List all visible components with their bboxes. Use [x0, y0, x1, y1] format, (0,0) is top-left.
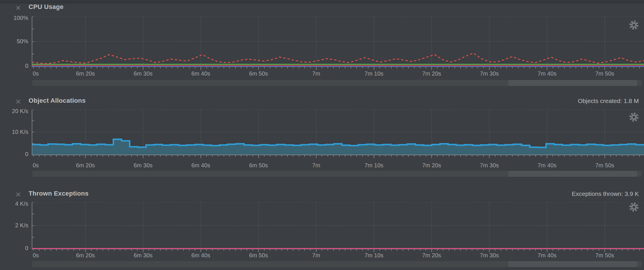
scrollbar-thumb[interactable] — [508, 80, 637, 86]
panel-title: CPU Usage — [29, 3, 63, 11]
panel-title: Object Allocations — [29, 97, 86, 104]
x-tick-label: 7m — [312, 252, 320, 259]
close-icon[interactable]: ✕ — [14, 97, 23, 106]
cpu-usage-chart[interactable] — [32, 16, 644, 71]
x-tick-label: 0s — [33, 70, 39, 77]
horizontal-scrollbar[interactable] — [32, 171, 642, 177]
x-axis-labels: 0s6m 20s6m 30s6m 40s6m 50s7m7m 10s7m 20s… — [32, 162, 644, 170]
scrollbar-thumb[interactable] — [508, 261, 637, 267]
y-axis-tick-label: 50% — [0, 38, 28, 45]
y-axis-tick-label: 0 — [0, 245, 28, 252]
thrown-exceptions-chart[interactable] — [32, 202, 644, 253]
gear-icon[interactable] — [628, 202, 639, 213]
x-tick-label: 7m 10s — [364, 162, 383, 169]
x-tick-label: 7m 40s — [538, 70, 557, 77]
x-tick-label: 7m 30s — [480, 162, 499, 169]
close-icon[interactable]: ✕ — [14, 190, 23, 199]
x-tick-label: 0s — [33, 252, 39, 259]
x-tick-label: 6m 20s — [76, 252, 95, 259]
close-icon[interactable]: ✕ — [14, 4, 23, 12]
profiler-telemetry-view: ✕ CPU Usage 100% 50% 0 0s6m 20s6m 30s6m … — [0, 0, 644, 270]
x-tick-label: 7m 50s — [595, 252, 614, 259]
x-tick-label: 7m 20s — [422, 70, 441, 77]
x-tick-label: 7m 50s — [595, 70, 614, 77]
x-tick-label: 6m 40s — [191, 252, 210, 259]
objects-created-counter: Objects created: 1.8 M — [578, 97, 639, 104]
x-tick-label: 6m 40s — [191, 70, 210, 77]
x-tick-label: 7m 30s — [480, 70, 499, 77]
x-tick-label: 0s — [33, 162, 39, 169]
x-tick-label: 6m 20s — [76, 70, 95, 77]
x-axis-labels: 0s6m 20s6m 30s6m 40s6m 50s7m7m 10s7m 20s… — [32, 252, 644, 260]
object-allocations-chart[interactable] — [32, 110, 644, 159]
y-axis-tick-label: 0 — [0, 63, 28, 69]
y-axis-tick-label: 100% — [0, 15, 28, 21]
x-tick-label: 7m 30s — [480, 252, 499, 259]
x-axis-labels: 0s6m 20s6m 30s6m 40s6m 50s7m7m 10s7m 20s… — [32, 70, 644, 78]
x-tick-label: 7m — [312, 70, 320, 77]
y-axis-tick-label: 2 K/s — [0, 222, 28, 229]
y-axis-tick-label: 20 K/s — [0, 108, 28, 115]
x-tick-label: 6m 30s — [134, 70, 153, 77]
x-tick-label: 7m 40s — [538, 162, 557, 169]
x-tick-label: 6m 20s — [76, 162, 95, 169]
gear-icon[interactable] — [628, 112, 639, 123]
y-axis-tick-label: 10 K/s — [0, 129, 28, 135]
x-tick-label: 6m 30s — [134, 252, 153, 259]
x-tick-label: 7m 40s — [538, 252, 557, 259]
x-tick-label: 7m — [312, 162, 320, 169]
x-tick-label: 6m 40s — [191, 162, 210, 169]
y-axis-tick-label: 0 — [0, 151, 28, 158]
top-divider-strip — [0, 0, 644, 3]
x-tick-label: 7m 10s — [364, 252, 383, 259]
horizontal-scrollbar[interactable] — [32, 80, 642, 86]
scrollbar-thumb[interactable] — [508, 171, 637, 177]
horizontal-scrollbar[interactable] — [32, 261, 642, 267]
x-tick-label: 7m 20s — [422, 252, 441, 259]
x-tick-label: 7m 10s — [364, 70, 383, 77]
x-tick-label: 7m 50s — [595, 162, 614, 169]
x-tick-label: 6m 50s — [249, 162, 268, 169]
gear-icon[interactable] — [628, 20, 639, 31]
panel-title: Thrown Exceptions — [29, 190, 89, 197]
x-tick-label: 6m 50s — [249, 252, 268, 259]
y-axis-tick-label: 4 K/s — [0, 200, 28, 207]
exceptions-thrown-counter: Exceptions thrown: 3.9 K — [572, 190, 639, 197]
x-tick-label: 6m 50s — [249, 70, 268, 77]
x-tick-label: 6m 30s — [134, 162, 153, 169]
x-tick-label: 7m 20s — [422, 162, 441, 169]
